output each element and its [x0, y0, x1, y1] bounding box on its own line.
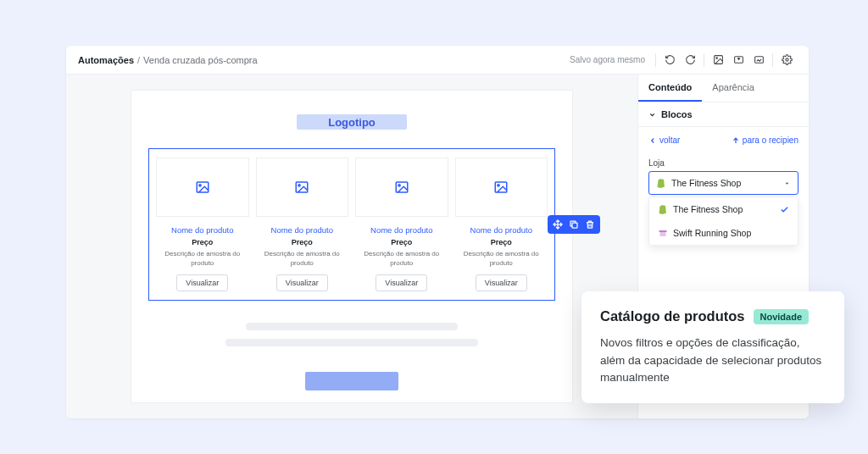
export-button[interactable] — [728, 50, 748, 70]
text-placeholder-block — [148, 323, 555, 390]
breadcrumb: Automações / Venda cruzada pós-compra — [78, 55, 258, 65]
image-button[interactable] — [708, 50, 728, 70]
canvas-area: Logotipo Nome do produto Preço Descrição… — [66, 75, 637, 418]
product-price: Preço — [491, 238, 512, 246]
divider — [655, 53, 656, 67]
product-price: Preço — [192, 238, 213, 246]
image-placeholder-icon — [455, 158, 548, 217]
block-actions-toolbar — [548, 215, 600, 234]
svg-rect-14 — [659, 230, 667, 232]
saved-status: Salvo agora mesmo — [570, 55, 645, 64]
caret-down-icon — [783, 180, 791, 187]
product-name: Nome do produto — [271, 225, 333, 235]
move-icon[interactable] — [552, 219, 564, 230]
product-description: Descrição de amostra do produto — [256, 250, 349, 268]
arrow-left-icon — [648, 136, 657, 145]
store-option[interactable]: The Fitness Shop — [649, 197, 798, 221]
promo-card: Catálogo de produtos Novidade Novos filt… — [581, 291, 844, 403]
arrow-up-icon — [732, 136, 740, 145]
store-select[interactable]: The Fitness Shop — [648, 171, 798, 195]
product-name: Nome do produto — [370, 225, 432, 235]
blocks-section-header[interactable]: Blocos — [638, 102, 809, 127]
product-price: Preço — [292, 238, 313, 246]
svg-rect-5 — [197, 182, 209, 192]
to-recipient-link[interactable]: para o recipien — [732, 136, 798, 145]
breadcrumb-separator: / — [137, 55, 140, 65]
product-price: Preço — [391, 238, 412, 246]
store-option-label: The Fitness Shop — [673, 204, 743, 214]
selected-store-value: The Fitness Shop — [671, 178, 741, 188]
duplicate-icon[interactable] — [568, 219, 580, 230]
svg-rect-15 — [660, 232, 666, 236]
image-placeholder-icon — [256, 158, 349, 217]
product-card: Nome do produto Preço Descrição de amost… — [256, 158, 349, 291]
block-nav: voltar para o recipien — [638, 127, 809, 153]
header-bar: Automações / Venda cruzada pós-compra Sa… — [66, 46, 809, 75]
sidebar-tabs: Conteúdo Aparência — [638, 75, 809, 102]
svg-point-4 — [785, 58, 787, 61]
image-placeholder-icon — [156, 158, 249, 217]
view-button[interactable]: Visualizar — [276, 274, 328, 291]
shopify-icon — [658, 204, 668, 214]
promo-description: Novos filtros e opções de classificação,… — [600, 335, 826, 386]
product-card: Nome do produto Preço Descrição de amost… — [455, 158, 548, 291]
store-option[interactable]: Swift Running Shop — [649, 221, 798, 245]
store-label: Loja — [648, 158, 798, 168]
divider — [704, 53, 704, 67]
svg-point-6 — [199, 185, 201, 186]
button-placeholder — [305, 372, 398, 390]
back-link[interactable]: voltar — [648, 136, 680, 145]
shopify-icon — [656, 178, 666, 188]
svg-rect-3 — [754, 57, 763, 64]
svg-point-1 — [715, 58, 717, 59]
email-canvas[interactable]: Logotipo Nome do produto Preço Descrição… — [131, 90, 573, 403]
header-actions: Salvo agora mesmo — [570, 50, 797, 70]
tab-appearance[interactable]: Aparência — [702, 75, 765, 102]
promo-title: Catálogo de produtos — [600, 308, 745, 324]
store-option-label: Swift Running Shop — [673, 228, 751, 238]
product-card: Nome do produto Preço Descrição de amost… — [355, 158, 448, 291]
svg-point-8 — [298, 185, 300, 186]
store-dropdown: The Fitness Shop Swift Running Shop — [648, 197, 798, 246]
product-description: Descrição de amostra do produto — [455, 250, 548, 268]
svg-point-12 — [498, 185, 499, 186]
delete-icon[interactable] — [584, 219, 596, 230]
product-block[interactable]: Nome do produto Preço Descrição de amost… — [148, 148, 555, 301]
divider — [772, 53, 773, 67]
view-button[interactable]: Visualizar — [476, 274, 527, 291]
product-name: Nome do produto — [171, 225, 233, 235]
promo-header: Catálogo de produtos Novidade — [600, 308, 826, 324]
product-card: Nome do produto Preço Descrição de amost… — [156, 158, 249, 291]
svg-rect-7 — [297, 182, 309, 192]
breadcrumb-root[interactable]: Automações — [78, 55, 134, 65]
svg-rect-13 — [572, 223, 577, 228]
undo-button[interactable] — [659, 50, 680, 70]
product-description: Descrição de amostra do produto — [156, 250, 249, 268]
check-icon — [780, 205, 789, 214]
svg-point-10 — [398, 185, 400, 186]
new-badge: Novidade — [754, 309, 810, 324]
store-field: Loja The Fitness Shop The Fitness Shop — [638, 153, 809, 254]
product-description: Descrição de amostra do produto — [355, 250, 448, 268]
chevron-down-icon — [648, 111, 656, 119]
redo-button[interactable] — [680, 50, 700, 70]
view-button[interactable]: Visualizar — [376, 274, 427, 291]
tab-content[interactable]: Conteúdo — [638, 75, 702, 102]
preview-button[interactable] — [748, 50, 769, 70]
placeholder-line — [225, 339, 478, 346]
blocks-label: Blocos — [661, 109, 693, 119]
svg-rect-11 — [496, 182, 508, 192]
svg-rect-9 — [396, 182, 408, 192]
view-button[interactable]: Visualizar — [176, 274, 228, 291]
settings-button[interactable] — [776, 50, 797, 70]
placeholder-line — [246, 323, 458, 330]
breadcrumb-current: Venda cruzada pós-compra — [143, 55, 258, 65]
store-icon — [658, 228, 668, 238]
image-placeholder-icon — [355, 158, 448, 217]
logo-text: Logotipo — [328, 116, 376, 129]
product-name: Nome do produto — [470, 225, 532, 235]
logo-block[interactable]: Logotipo — [297, 114, 407, 130]
